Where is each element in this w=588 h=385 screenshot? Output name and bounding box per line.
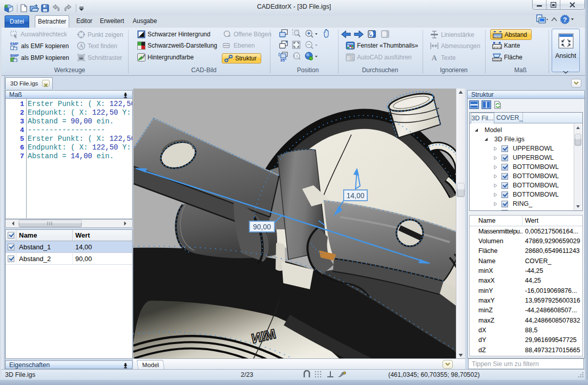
svg-text:90,00: 90,00 — [253, 223, 271, 231]
svg-text:35°: 35° — [280, 58, 286, 62]
svg-text:14,00: 14,00 — [346, 191, 364, 200]
svg-text:BMP: BMP — [10, 53, 19, 58]
svg-text:A: A — [432, 54, 437, 62]
svg-text:a: a — [351, 56, 353, 60]
svg-text:EMF: EMF — [10, 41, 18, 46]
svg-text:A: A — [79, 43, 83, 49]
